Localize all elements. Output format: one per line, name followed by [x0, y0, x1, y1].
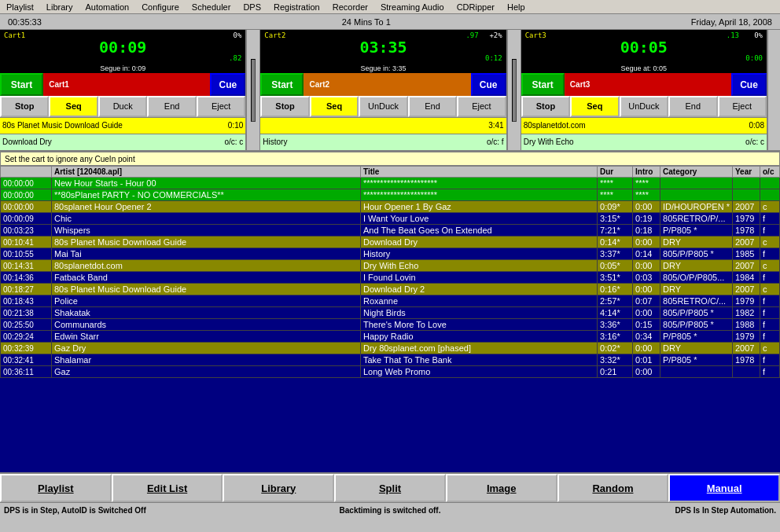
- cart3-seq-button[interactable]: Seq: [570, 96, 619, 117]
- cell-7: f: [760, 319, 780, 331]
- table-row[interactable]: 00:36:11GazLong Web Promo0:210:00f: [1, 366, 780, 378]
- tab-manual[interactable]: Manual: [668, 474, 780, 502]
- menu-help[interactable]: Help: [501, 2, 532, 12]
- menu-dps[interactable]: DPS: [237, 2, 267, 12]
- cell-2: Long Web Promo: [360, 366, 597, 378]
- table-row[interactable]: 00:25:50CommunardsThere's More To Love3:…: [1, 319, 780, 331]
- cell-4: 0:19: [633, 213, 660, 225]
- cart2-seq-button[interactable]: Seq: [310, 96, 359, 117]
- col-oc: o/c: [760, 167, 780, 178]
- cell-0: 00:36:11: [1, 366, 52, 378]
- playlist-area[interactable]: Artist [120408.apl] Title Dur Intro Cate…: [0, 166, 780, 472]
- table-row[interactable]: 00:32:41ShalamarTake That To The Bank3:3…: [1, 354, 780, 366]
- menu-scheduler[interactable]: Scheduler: [186, 2, 237, 12]
- table-header-row: Artist [120408.apl] Title Dur Intro Cate…: [1, 167, 780, 178]
- cart1-cue-button[interactable]: Cue: [210, 73, 245, 96]
- cell-4: 0:15: [633, 319, 660, 331]
- tab-library[interactable]: Library: [223, 474, 334, 502]
- table-row[interactable]: 00:10:4180s Planet Music Download GuideD…: [1, 237, 780, 248]
- cell-5: 805/P/P805 *: [660, 319, 733, 331]
- table-row[interactable]: 00:14:3180splanetdot.comDry With Echo0:0…: [1, 260, 780, 272]
- cart3-start-button[interactable]: Start: [521, 73, 565, 96]
- cart3-pct: 0%: [754, 31, 763, 39]
- cart3-end-button[interactable]: End: [668, 96, 717, 117]
- menu-playlist[interactable]: Playlist: [0, 2, 40, 12]
- table-row[interactable]: 00:10:55Mai TaiHistory3:37*0:14805/P/P80…: [1, 248, 780, 260]
- cell-2: Take That To The Bank: [360, 354, 597, 366]
- cart1-db: .82: [229, 54, 241, 62]
- cart2-cue-button[interactable]: Cue: [471, 73, 506, 96]
- menu-configure[interactable]: Configure: [135, 2, 186, 12]
- table-row[interactable]: 00:00:00**80sPlanet PARTY - NO COMMERCIA…: [1, 189, 780, 201]
- menu-registration[interactable]: Registration: [267, 2, 326, 12]
- cell-4: 0:07: [633, 295, 660, 307]
- cell-6: 1979: [733, 331, 760, 343]
- tab-image[interactable]: Image: [446, 474, 557, 502]
- cell-6: 2007: [733, 343, 760, 354]
- table-row[interactable]: 00:18:2780s Planet Music Download GuideD…: [1, 284, 780, 295]
- cart3-eject-button[interactable]: Eject: [718, 96, 767, 117]
- cell-4: 0:00: [633, 366, 660, 378]
- menu-recorder[interactable]: Recorder: [326, 2, 374, 12]
- cart2-oc: o/c: f: [487, 138, 504, 146]
- table-row[interactable]: 00:00:0080splanet Hour Opener 2Hour Open…: [1, 201, 780, 213]
- right-scrollbar[interactable]: [767, 30, 780, 150]
- table-row[interactable]: 00:29:24Edwin StarrHappy Radio3:16*0:34P…: [1, 331, 780, 343]
- cart3-unduck-button[interactable]: UnDuck: [620, 96, 668, 117]
- cell-3: 3:32*: [598, 354, 633, 366]
- cell-6: 1978: [733, 225, 760, 237]
- cell-5: [660, 366, 733, 378]
- tab-random[interactable]: Random: [557, 474, 669, 502]
- tab-editlist[interactable]: Edit List: [112, 474, 223, 502]
- cell-1: Police: [52, 295, 361, 307]
- cart2-end-button[interactable]: End: [408, 96, 457, 117]
- cart1-title2: Download Dry: [2, 138, 224, 146]
- cell-2: Hour Opener 1 By Gaz: [360, 201, 597, 213]
- cart1-end-button[interactable]: End: [147, 96, 196, 117]
- menu-library[interactable]: Library: [40, 2, 79, 12]
- cart2-db-val: .97: [465, 31, 478, 39]
- cart3-segue: Segue at: 0:05: [521, 64, 767, 73]
- table-row[interactable]: 00:03:23WhispersAnd The Beat Goes On Ext…: [1, 225, 780, 237]
- cart2-segue: Segue in: 3:35: [260, 64, 506, 73]
- tab-playlist[interactable]: Playlist: [0, 474, 112, 502]
- cart1-start-button[interactable]: Start: [0, 73, 43, 96]
- cart3-db: .13: [727, 31, 739, 39]
- cell-3: 0:21: [598, 366, 633, 378]
- cell-5: DRY: [660, 343, 733, 354]
- cart3-stop-button[interactable]: Stop: [521, 96, 570, 117]
- cart2-unduck-button[interactable]: UnDuck: [359, 96, 407, 117]
- tab-split[interactable]: Split: [334, 474, 446, 502]
- cell-5: DRY: [660, 260, 733, 272]
- cart3-cue-button[interactable]: Cue: [731, 73, 767, 96]
- cart1-duck-button[interactable]: Duck: [98, 96, 147, 117]
- cell-7: [760, 189, 780, 201]
- cart3-info1: 80splanetdot.com 0:08: [521, 117, 767, 134]
- cart1-stop-button[interactable]: Stop: [0, 96, 49, 117]
- slider-1[interactable]: [251, 59, 256, 122]
- cell-3: 0:05*: [598, 260, 633, 272]
- cell-3: 3:15*: [598, 213, 633, 225]
- cart2-eject-button[interactable]: Eject: [457, 96, 506, 117]
- cell-4: 0:00: [633, 201, 660, 213]
- cart1-title1: 80s Planet Music Download Guide: [2, 121, 215, 130]
- table-row[interactable]: 00:21:38ShakatakNight Birds4:14*0:00805/…: [1, 307, 780, 319]
- menu-streaming-audio[interactable]: Streaming Audio: [374, 2, 451, 12]
- table-row[interactable]: 00:32:39Gaz DryDry 80splanet.com [phased…: [1, 343, 780, 354]
- cart3-oc: o/c: c: [745, 138, 764, 146]
- cart2-display: [335, 73, 470, 96]
- cell-4: ****: [633, 189, 660, 201]
- slider-2[interactable]: [512, 59, 517, 122]
- cart2-stop-button[interactable]: Stop: [260, 96, 309, 117]
- table-row[interactable]: 00:00:09ChicI Want Your Love3:15*0:19805…: [1, 213, 780, 225]
- table-row[interactable]: 00:18:43PoliceRoxanne2:57*0:07805RETRO/C…: [1, 295, 780, 307]
- menu-cdripper[interactable]: CDRipper: [451, 2, 501, 12]
- menu-automation[interactable]: Automation: [79, 2, 135, 12]
- status-right: DPS Is In Step Automation.: [519, 506, 776, 515]
- table-row[interactable]: 00:14:36Fatback BandI Found Lovin3:51*0:…: [1, 272, 780, 284]
- cart1-seq-button[interactable]: Seq: [49, 96, 98, 117]
- cart2-start-button[interactable]: Start: [260, 73, 304, 96]
- cart1-eject-button[interactable]: Eject: [197, 96, 245, 117]
- time-left: 00:35:33: [8, 17, 42, 27]
- table-row[interactable]: 00:00:00New Hour Starts - Hour 00*******…: [1, 178, 780, 189]
